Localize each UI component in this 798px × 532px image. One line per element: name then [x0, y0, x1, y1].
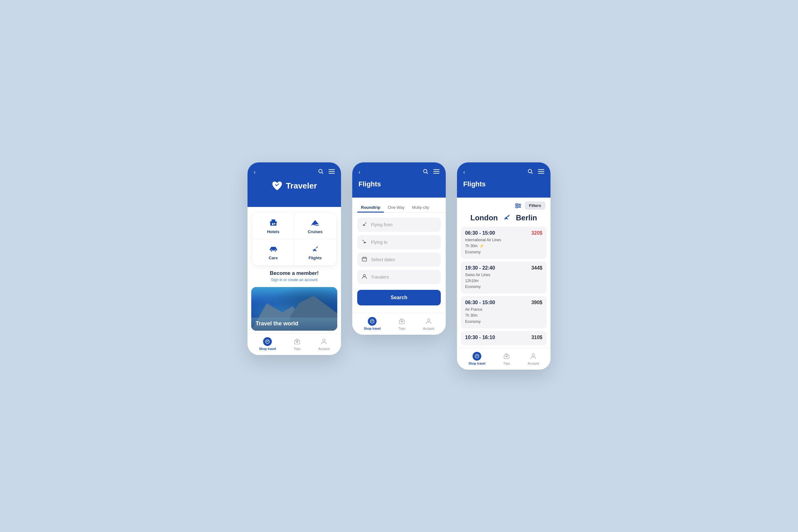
- nav-shop-travel[interactable]: Shop travel: [469, 352, 485, 365]
- flight-card-4[interactable]: 10:30 - 16:10 310$: [461, 331, 547, 345]
- nav-trips[interactable]: Trips: [502, 352, 511, 365]
- travelers-field[interactable]: Travalers: [357, 270, 441, 284]
- tab-one-way[interactable]: One Way: [384, 203, 408, 212]
- route-arrow-icon: [503, 214, 511, 222]
- phone2-header: ‹: [352, 163, 446, 197]
- shop-travel-label: Shop travel: [469, 362, 485, 365]
- flying-from-field[interactable]: Flying from: [357, 217, 441, 232]
- shop-travel-icon: [473, 352, 481, 361]
- menu-icon[interactable]: [433, 169, 439, 176]
- shop-travel-label: Shop travel: [259, 347, 276, 350]
- search-icon[interactable]: [528, 169, 533, 176]
- svg-point-28: [370, 320, 374, 323]
- svg-point-18: [424, 170, 427, 173]
- cruises-icon: [310, 218, 320, 227]
- airline-2: Swiss Air Lines: [465, 272, 543, 278]
- svg-rect-21: [433, 171, 439, 172]
- nav-account[interactable]: Accaunt: [423, 317, 434, 330]
- tab-roundtrip[interactable]: Roundtrip: [357, 203, 384, 212]
- phone2-body: Roundtrip One Way Multy-city Flying fr: [352, 197, 446, 335]
- account-icon: [529, 352, 538, 361]
- flight-price-3: 390$: [531, 300, 543, 305]
- app-logo: Traveler: [254, 180, 335, 191]
- phone3-body: Filters London Berlin 06:30 - 15:00: [457, 197, 551, 369]
- filters-button[interactable]: Filters: [525, 201, 546, 210]
- flight-card-1[interactable]: 06:30 - 15:00 320$ International Air Lin…: [461, 227, 547, 259]
- become-member-sub[interactable]: Sign in or create an account: [252, 278, 336, 282]
- tabs-row: Roundtrip One Way Multy-city: [352, 197, 446, 212]
- categories-grid: Hotels Cruises: [252, 213, 336, 265]
- flight-card-2[interactable]: 19:30 - 22:40 344$ Swiss Air Lines 12h10…: [461, 262, 547, 294]
- search-icon[interactable]: [423, 169, 428, 176]
- category-cars[interactable]: Cars: [252, 239, 294, 265]
- svg-rect-4: [328, 173, 335, 174]
- category-hotels[interactable]: Hotels: [252, 213, 294, 239]
- cars-label: Cars: [269, 255, 278, 260]
- svg-rect-2: [328, 169, 335, 170]
- menu-icon[interactable]: [328, 169, 335, 176]
- phone2-bottom-nav: Shop travel Trips: [352, 313, 446, 335]
- svg-rect-30: [401, 321, 403, 322]
- search-button[interactable]: Search: [357, 290, 441, 305]
- account-label: Accaunt: [528, 362, 539, 365]
- duration-row-1: 7h 30m ⚡: [465, 243, 543, 249]
- nav-trips[interactable]: Trips: [293, 337, 301, 350]
- nav-trips[interactable]: Trips: [397, 317, 406, 330]
- svg-point-12: [270, 250, 272, 252]
- svg-rect-10: [312, 223, 318, 224]
- phone3-title: Flights: [463, 180, 544, 188]
- class-2: Economy: [465, 284, 543, 290]
- back-icon[interactable]: ‹: [359, 169, 360, 175]
- nav-account[interactable]: Accaunt: [528, 352, 539, 365]
- route-to: Berlin: [516, 213, 537, 222]
- svg-point-27: [363, 274, 366, 277]
- category-flights[interactable]: Flights: [294, 239, 336, 265]
- back-icon[interactable]: ‹: [254, 169, 255, 175]
- class-3: Economy: [465, 319, 543, 325]
- search-icon[interactable]: [318, 169, 324, 176]
- flight-times-1: 06:30 - 15:00 320$: [465, 230, 543, 236]
- svg-rect-34: [538, 169, 544, 170]
- svg-point-14: [266, 340, 269, 343]
- flight-times-2: 19:30 - 22:40 344$: [465, 265, 543, 271]
- menu-icon[interactable]: [538, 169, 544, 176]
- lightning-icon-1: ⚡: [479, 243, 484, 249]
- category-cruises[interactable]: Cruises: [294, 213, 336, 239]
- screens-container: ‹: [247, 163, 551, 369]
- trips-label: Trips: [503, 362, 510, 365]
- dates-placeholder: Select dates: [371, 257, 395, 262]
- account-label: Accaunt: [423, 327, 434, 330]
- traveler-icon: [362, 274, 367, 281]
- svg-point-46: [532, 354, 535, 356]
- flight-price-4: 310$: [531, 335, 543, 340]
- svg-line-1: [322, 173, 323, 174]
- flying-to-placeholder: Flying to: [371, 240, 387, 245]
- svg-rect-45: [506, 356, 508, 357]
- phone3-nav: ‹: [463, 169, 544, 176]
- flight-card-3[interactable]: 06:30 - 15:00 390$ Air France 7h 30m Eco…: [461, 296, 547, 328]
- dates-field[interactable]: Select dates: [357, 252, 441, 267]
- svg-point-40: [516, 203, 517, 205]
- svg-rect-36: [538, 173, 544, 174]
- phone1-header: ‹: [247, 163, 341, 207]
- hotels-label: Hotels: [267, 229, 280, 234]
- flight-details-1: International Air Lines 7h 30m ⚡ Economy: [465, 237, 543, 255]
- hotels-icon: [268, 218, 278, 227]
- filter-icon-button[interactable]: [515, 203, 521, 209]
- flight-times-3: 06:30 - 15:00 390$: [465, 300, 543, 305]
- back-icon[interactable]: ‹: [463, 169, 465, 175]
- trips-label: Trips: [398, 327, 405, 330]
- plane-from-icon: [362, 221, 367, 228]
- tab-multy-city[interactable]: Multy-city: [408, 203, 433, 212]
- shop-travel-label: Shop travel: [364, 327, 381, 330]
- nav-shop-travel[interactable]: Shop travel: [259, 337, 276, 350]
- plane-to-icon: [362, 239, 367, 246]
- nav-account[interactable]: Accaunt: [318, 337, 329, 350]
- phone-1: ‹: [247, 163, 341, 355]
- nav-shop-travel[interactable]: Shop travel: [364, 317, 381, 330]
- flight-time-3: 06:30 - 15:00: [465, 300, 495, 305]
- phone-2: ‹: [352, 163, 446, 335]
- phone3-bottom-nav: Shop travel Trips: [457, 348, 551, 369]
- svg-rect-7: [271, 220, 275, 222]
- flying-to-field[interactable]: Flying to: [357, 235, 441, 249]
